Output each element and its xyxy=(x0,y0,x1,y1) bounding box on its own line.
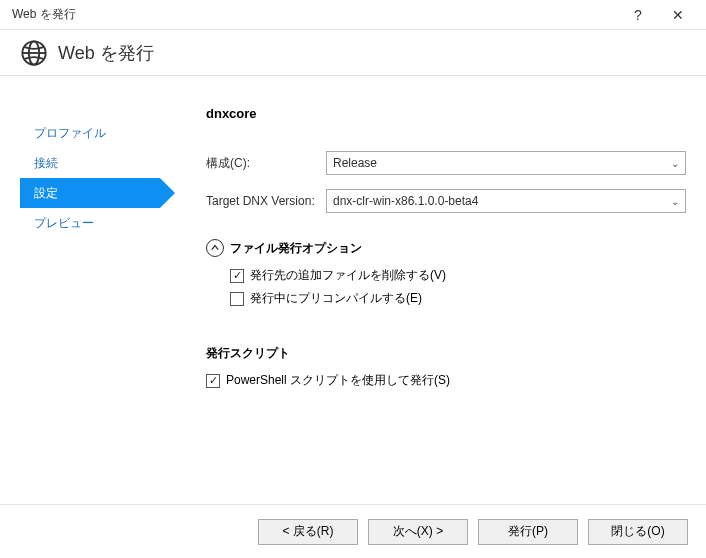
delete-extra-checkbox[interactable]: ✓ xyxy=(230,269,244,283)
sidebar-item-profile[interactable]: プロファイル xyxy=(20,118,160,148)
sidebar-item-preview[interactable]: プレビュー xyxy=(20,208,160,238)
precompile-checkbox[interactable] xyxy=(230,292,244,306)
sidebar-item-label: プレビュー xyxy=(34,215,94,232)
config-label: 構成(C): xyxy=(206,155,326,172)
back-button[interactable]: < 戻る(R) xyxy=(258,519,358,545)
globe-icon xyxy=(20,39,48,67)
publish-button[interactable]: 発行(P) xyxy=(478,519,578,545)
sidebar-item-label: 設定 xyxy=(34,185,58,202)
sidebar-item-settings[interactable]: 設定 xyxy=(20,178,160,208)
config-value: Release xyxy=(333,156,377,170)
close-icon[interactable]: ✕ xyxy=(658,7,698,23)
dnx-label: Target DNX Version: xyxy=(206,194,326,208)
delete-extra-label: 発行先の追加ファイルを削除する(V) xyxy=(250,267,446,284)
powershell-checkbox[interactable]: ✓ xyxy=(206,374,220,388)
footer: < 戻る(R) 次へ(X) > 発行(P) 閉じる(O) xyxy=(0,504,706,558)
collapse-icon[interactable] xyxy=(206,239,224,257)
chevron-down-icon: ⌄ xyxy=(671,158,679,169)
titlebar: Web を発行 ? ✕ xyxy=(0,0,706,30)
next-button[interactable]: 次へ(X) > xyxy=(368,519,468,545)
profile-name: dnxcore xyxy=(206,106,686,121)
header: Web を発行 xyxy=(0,30,706,76)
sidebar-item-label: プロファイル xyxy=(34,125,106,142)
dnx-value: dnx-clr-win-x86.1.0.0-beta4 xyxy=(333,194,478,208)
main-panel: dnxcore 構成(C): Release ⌄ Target DNX Vers… xyxy=(170,76,706,504)
window-title: Web を発行 xyxy=(8,6,618,23)
header-title: Web を発行 xyxy=(58,41,154,65)
precompile-label: 発行中にプリコンパイルする(E) xyxy=(250,290,422,307)
file-options-title: ファイル発行オプション xyxy=(230,240,362,257)
sidebar-item-connection[interactable]: 接続 xyxy=(20,148,160,178)
sidebar: プロファイル 接続 設定 プレビュー xyxy=(0,76,170,504)
powershell-label: PowerShell スクリプトを使用して発行(S) xyxy=(226,372,450,389)
chevron-down-icon: ⌄ xyxy=(671,196,679,207)
sidebar-item-label: 接続 xyxy=(34,155,58,172)
close-button[interactable]: 閉じる(O) xyxy=(588,519,688,545)
scripts-title: 発行スクリプト xyxy=(206,345,686,362)
help-icon[interactable]: ? xyxy=(618,7,658,23)
config-select[interactable]: Release ⌄ xyxy=(326,151,686,175)
dnx-select[interactable]: dnx-clr-win-x86.1.0.0-beta4 ⌄ xyxy=(326,189,686,213)
